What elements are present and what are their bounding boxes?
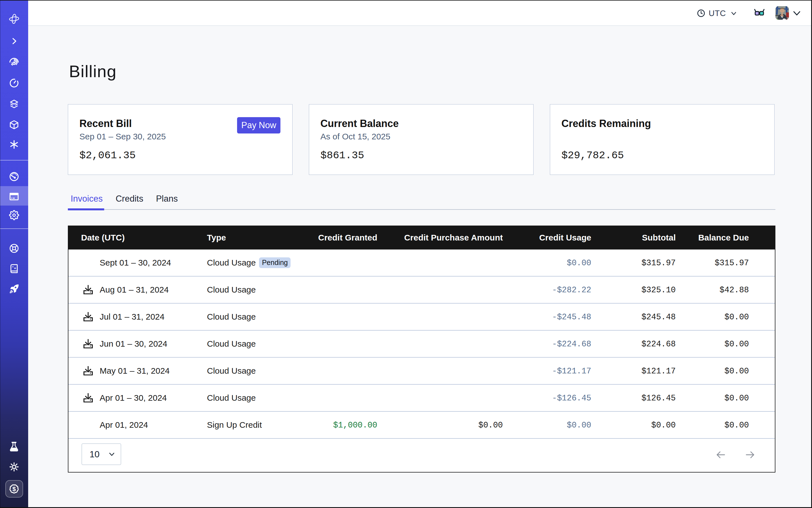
svg-text:$: $	[12, 485, 16, 493]
